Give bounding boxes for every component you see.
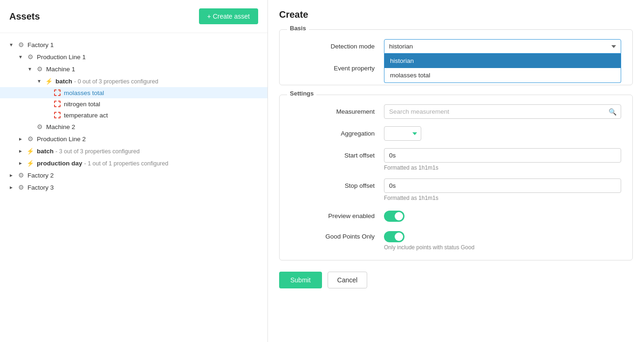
- preview-toggle-wrap: [384, 209, 621, 222]
- measure-icon: [54, 112, 61, 118]
- measurement-label: Measurement: [291, 104, 384, 115]
- dropdown-option-historian[interactable]: historian: [384, 54, 621, 68]
- search-input-wrap: 🔍: [384, 104, 621, 119]
- tree-label-machine-2: Machine 2: [46, 123, 75, 130]
- start-offset-label: Start offset: [291, 148, 384, 159]
- assets-title: Assets: [9, 11, 40, 22]
- preview-toggle[interactable]: [384, 211, 404, 222]
- chevron-production-day: [17, 159, 24, 167]
- tree-node-temperature-act[interactable]: temperature act: [0, 109, 267, 121]
- gear-icon: [17, 41, 25, 49]
- tree-label-nitrogen-total: nitrogen total: [64, 101, 100, 108]
- gear-icon: [26, 135, 34, 143]
- aggregation-wrap: [384, 126, 621, 141]
- form-footer: Submit Cancel: [279, 272, 633, 288]
- gear-icon: [35, 123, 44, 131]
- page-title: Create: [279, 9, 633, 20]
- good-points-row: Good Points Only Only include points wit…: [291, 229, 621, 251]
- chevron-batch: [35, 77, 43, 85]
- basis-legend: Basis: [287, 25, 309, 32]
- chevron-machine-1: [26, 65, 34, 73]
- chevron-factory2: [7, 171, 15, 179]
- stop-offset-hint: Formatted as 1h1m1s: [384, 195, 621, 201]
- toggle-slider-good-points: [384, 231, 404, 242]
- tree-node-machine-2[interactable]: Machine 2: [0, 121, 267, 133]
- tree-label-batch: batch- 0 out of 3 properties configured: [55, 78, 158, 85]
- left-panel: Assets + Create asset Factory 1 Producti…: [0, 0, 268, 342]
- cancel-button[interactable]: Cancel: [328, 272, 368, 288]
- right-panel: Create Basis Detection mode historian hi…: [268, 0, 644, 342]
- lightning-icon: [26, 159, 34, 167]
- settings-legend: Settings: [287, 90, 316, 97]
- tree-label-factory3: Factory 3: [27, 184, 54, 191]
- lightning-icon: [45, 77, 53, 85]
- left-header: Assets + Create asset: [0, 0, 267, 33]
- chevron-factory1: [7, 41, 15, 48]
- tree-node-production-day[interactable]: production day- 1 out of 1 properties co…: [0, 157, 267, 169]
- gear-icon: [17, 171, 25, 179]
- aggregation-row: Aggregation: [291, 126, 621, 141]
- preview-enabled-label: Preview enabled: [291, 209, 384, 219]
- measurement-search-input[interactable]: [384, 104, 621, 119]
- measurement-wrap: 🔍: [384, 104, 621, 119]
- tree-label-prod-line-1: Production Line 1: [37, 54, 86, 61]
- stop-offset-row: Stop offset Formatted as 1h1m1s: [291, 178, 621, 201]
- good-points-toggle[interactable]: [384, 231, 404, 242]
- dropdown-option-molasses[interactable]: molasses total: [384, 68, 621, 82]
- good-points-wrap: Only include points with status Good: [384, 229, 621, 251]
- gear-icon: [17, 183, 25, 192]
- tree-label-factory1: Factory 1: [27, 41, 54, 48]
- tree-node-factory3[interactable]: Factory 3: [0, 181, 267, 193]
- good-points-label: Good Points Only: [291, 229, 384, 240]
- start-offset-wrap: Formatted as 1h1m1s: [384, 148, 621, 171]
- tree-node-factory1[interactable]: Factory 1: [0, 39, 267, 51]
- gear-icon: [26, 53, 34, 61]
- event-property-label: Event property: [291, 61, 384, 72]
- measure-icon: [54, 89, 61, 96]
- stop-offset-wrap: Formatted as 1h1m1s: [384, 178, 621, 201]
- tree-label-production-day: production day- 1 out of 1 properties co…: [37, 160, 168, 167]
- chevron-prod-line-1: [17, 53, 24, 61]
- toggle-slider-preview: [384, 211, 404, 222]
- lightning-icon: [26, 147, 34, 155]
- tree-label-batch-factory1: batch- 3 out of 3 properties configured: [37, 148, 140, 155]
- preview-enabled-row: Preview enabled: [291, 209, 621, 222]
- submit-button[interactable]: Submit: [279, 272, 322, 288]
- gear-icon: [35, 65, 44, 73]
- measure-icon: [54, 101, 61, 107]
- detection-mode-wrap: historian historian molasses total: [384, 39, 621, 54]
- start-offset-row: Start offset Formatted as 1h1m1s: [291, 148, 621, 171]
- aggregation-label: Aggregation: [291, 126, 384, 137]
- tree-node-factory2[interactable]: Factory 2: [0, 169, 267, 181]
- chevron-factory3: [7, 184, 15, 191]
- aggregation-select[interactable]: [384, 126, 421, 141]
- create-asset-button[interactable]: + Create asset: [199, 8, 258, 24]
- tree-label-prod-line-2: Production Line 2: [37, 136, 86, 143]
- detection-mode-row: Detection mode historian historian molas…: [291, 39, 621, 54]
- tree-label-factory2: Factory 2: [27, 172, 54, 179]
- tree-label-machine-1: Machine 1: [46, 66, 75, 73]
- good-points-hint: Only include points with status Good: [384, 244, 621, 251]
- measurement-row: Measurement 🔍: [291, 104, 621, 119]
- settings-section: Settings Measurement 🔍 Aggregation Start…: [279, 95, 633, 260]
- stop-offset-label: Stop offset: [291, 178, 384, 189]
- basis-section: Basis Detection mode historian historian…: [279, 29, 633, 85]
- tree-node-prod-line-2[interactable]: Production Line 2: [0, 133, 267, 145]
- search-icon: 🔍: [609, 108, 617, 116]
- tree-node-nitrogen-total[interactable]: nitrogen total: [0, 98, 267, 109]
- tree-node-machine-1[interactable]: Machine 1: [0, 63, 267, 75]
- detection-mode-label: Detection mode: [291, 39, 384, 50]
- tree-label-molasses-total: molasses total: [64, 89, 104, 96]
- good-points-toggle-wrap: [384, 229, 621, 242]
- start-offset-hint: Formatted as 1h1m1s: [384, 164, 621, 171]
- tree-node-batch-factory1[interactable]: batch- 3 out of 3 properties configured: [0, 145, 267, 157]
- tree-node-prod-line-1[interactable]: Production Line 1: [0, 51, 267, 63]
- tree-node-molasses-total[interactable]: molasses total: [0, 87, 267, 98]
- chevron-batch-f1: [17, 147, 24, 155]
- tree-node-batch[interactable]: batch- 0 out of 3 properties configured: [0, 75, 267, 87]
- detection-mode-select[interactable]: historian: [384, 39, 621, 54]
- stop-offset-input[interactable]: [384, 178, 621, 193]
- asset-tree: Factory 1 Production Line 1 Machine 1 ba…: [0, 33, 267, 342]
- chevron-prod-line-2: [17, 135, 24, 143]
- start-offset-input[interactable]: [384, 148, 621, 163]
